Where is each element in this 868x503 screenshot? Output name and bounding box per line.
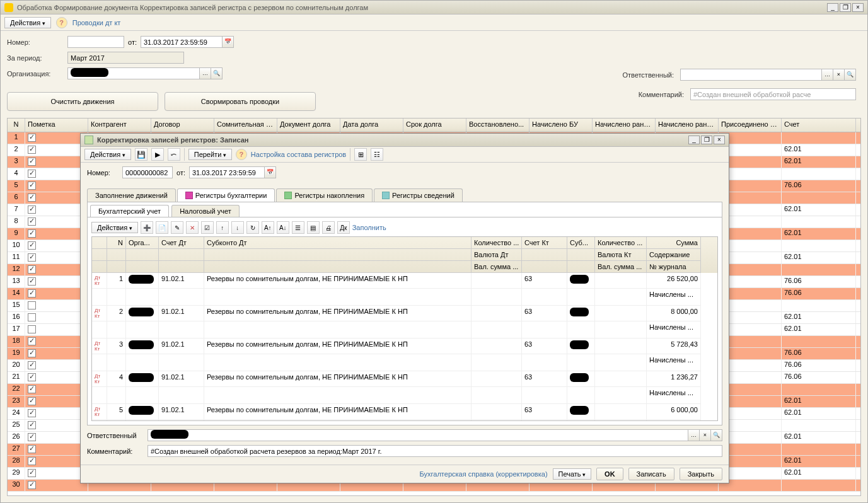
checkbox[interactable] [28,433,36,441]
save-icon[interactable]: 💾 [135,148,148,161]
calendar-icon[interactable]: 📅 [265,166,276,178]
checkbox[interactable] [28,373,36,381]
col-datadolga[interactable]: Дата долга [340,119,403,132]
clear-icon[interactable]: × [700,429,711,441]
table-row[interactable]: ДтКт491.02.1Резервы по сомнительным долг… [92,371,717,404]
checkbox[interactable] [28,397,36,405]
checkbox[interactable] [28,241,36,250]
responsible-input[interactable] [680,69,822,81]
help-icon[interactable]: ? [236,149,247,160]
close-button[interactable]: × [852,3,864,12]
checkbox[interactable] [28,146,36,154]
table-row[interactable]: ДтКт191.02.1Резервы по сомнительным долг… [92,273,717,306]
checkbox[interactable] [28,409,36,417]
checkbox[interactable] [28,265,36,274]
form-provodki-button[interactable]: Свормировать проводки [165,92,316,111]
post-icon[interactable]: ▶ [151,148,164,161]
checkbox[interactable] [28,349,36,357]
config-link[interactable]: Настройка состава регистров [251,151,346,158]
col-dogovor[interactable]: Договор [151,119,214,132]
col-nachr2[interactable]: Начислено ране... [656,119,719,132]
checkbox[interactable] [28,289,36,298]
refresh-icon[interactable]: ↻ [246,221,259,234]
tab-accumulation[interactable]: Регистры накопления [276,188,373,202]
dialog-minimize-button[interactable]: _ [688,136,700,144]
tab-info[interactable]: Регистры сведений [374,188,463,202]
table-row[interactable]: ДтКт291.02.1Резервы по сомнительным долг… [92,306,717,338]
select-icon[interactable]: ☰ [292,221,304,234]
tree-icon[interactable]: ☷ [371,148,383,161]
dlg-date-input[interactable] [189,166,265,178]
goto-dropdown[interactable]: Перейти [188,149,232,160]
close-button[interactable]: Закрыть [680,468,722,480]
inner-actions-dropdown[interactable]: Действия [91,222,138,233]
checkbox[interactable] [28,277,36,286]
col-nachr1[interactable]: Начислено ране... [593,119,656,132]
table-row[interactable]: ДтКт591.02.1Резервы по сомнительным долг… [92,404,717,420]
clear-movements-button[interactable]: Очистить движения [7,92,158,111]
delete-icon[interactable]: ✕ [186,221,199,234]
checkbox[interactable] [28,301,36,309]
tab-accounting[interactable]: Регистры бухгалтерии [177,188,275,202]
print-icon[interactable]: 🖨 [322,221,335,234]
table-row[interactable]: ДтКт391.02.1Резервы по сомнительным долг… [92,338,717,371]
col-n[interactable]: N [8,119,25,132]
print-dropdown[interactable]: Печать [553,468,592,480]
minimize-button[interactable]: _ [827,3,838,12]
date-input[interactable] [141,36,223,48]
inner-tab-accounting[interactable]: Бухгалтерский учет [90,205,169,217]
dialog-restore-button[interactable]: ❐ [701,136,712,144]
restore-button[interactable]: ❐ [840,3,851,12]
dlg-comment-input[interactable] [148,445,722,457]
sort-desc-icon[interactable]: A↓ [277,221,289,234]
checkbox[interactable] [28,385,36,393]
fill-link[interactable]: Заполнить [352,224,386,231]
search-icon[interactable]: 🔍 [211,67,223,79]
col-docdolg[interactable]: Документ долга [277,119,340,132]
checkbox[interactable] [28,229,36,238]
checkbox[interactable] [28,313,36,321]
checkbox[interactable] [28,134,36,142]
col-vost[interactable]: Восстановлено... [466,119,529,132]
checkbox[interactable] [28,194,36,202]
down-icon[interactable]: ↓ [231,221,244,234]
dialog-close-button[interactable]: × [714,136,725,144]
clear-icon[interactable]: × [833,69,845,81]
col-contragent[interactable]: Контрагент [88,119,151,132]
select-icon[interactable]: … [200,67,211,79]
up-icon[interactable]: ↑ [216,221,229,234]
spravka-link[interactable]: Бухгалтерская справка (корректировка) [87,470,548,478]
calendar-icon[interactable]: 📅 [223,36,234,48]
col-schet[interactable]: Счет [782,119,856,132]
cancel-icon[interactable]: ⤺ [168,148,180,161]
checkbox[interactable] [28,205,36,214]
number-input[interactable] [67,36,124,48]
checkbox[interactable] [28,337,36,345]
layout-icon[interactable]: ⊞ [354,148,367,161]
select-icon[interactable]: … [822,69,833,81]
mark-icon[interactable]: ☑ [201,221,214,234]
col-somn[interactable]: Сомнительная з... [214,119,277,132]
checkbox[interactable] [28,182,36,190]
col-nachbu[interactable]: Начислено БУ [529,119,593,132]
col-srok[interactable]: Срок долга [403,119,466,132]
copy-icon[interactable]: 📄 [156,221,168,234]
dlg-responsible-input[interactable] [148,429,688,441]
checkbox[interactable] [28,421,36,429]
checkbox[interactable] [28,481,36,489]
checkbox[interactable] [28,469,36,477]
tab-fill[interactable]: Заполнение движений [87,188,176,202]
save-button[interactable]: Записать [628,468,674,480]
checkbox[interactable] [28,325,36,333]
inner-tab-tax[interactable]: Налоговый учет [171,205,240,217]
comment-input[interactable] [690,88,856,100]
search-icon[interactable]: 🔍 [845,69,856,81]
checkbox[interactable] [28,445,36,453]
add-icon[interactable]: ➕ [141,221,153,234]
search-icon[interactable]: 🔍 [711,429,722,441]
dialog-actions-dropdown[interactable]: Действия [84,149,131,160]
ok-button[interactable]: OK [596,468,623,480]
actions-dropdown[interactable]: Действия [4,17,51,28]
checkbox[interactable] [28,170,36,178]
col-pris[interactable]: Присоединено БУ [719,119,782,132]
